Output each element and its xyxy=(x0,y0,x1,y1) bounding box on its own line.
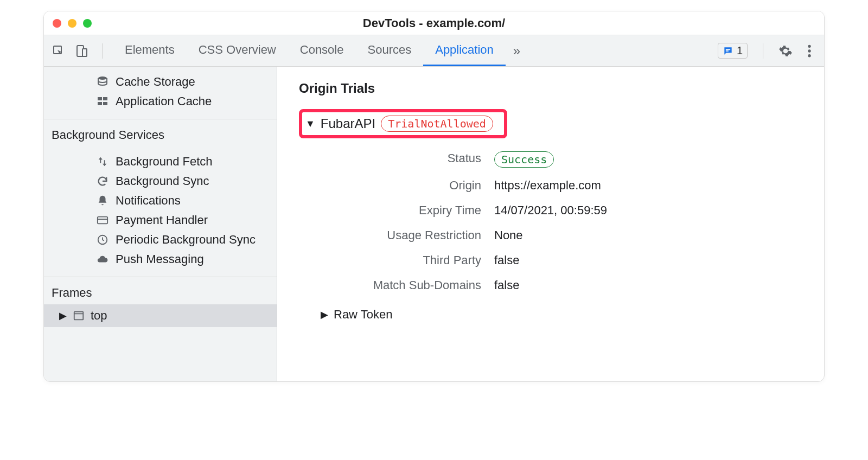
status-badge-error: TrialNotAllowed xyxy=(381,116,493,132)
main-panel: Origin Trials ▼ FubarAPI TrialNotAllowed… xyxy=(277,67,824,381)
tabs-overflow-button[interactable]: » xyxy=(506,35,528,66)
more-button[interactable] xyxy=(802,44,816,58)
sidebar-item-push-messaging[interactable]: Push Messaging xyxy=(44,250,277,269)
tab-css-overview[interactable]: CSS Overview xyxy=(187,35,288,66)
svg-rect-4 xyxy=(726,50,729,52)
sidebar-item-label: Background Sync xyxy=(116,174,209,188)
tab-label: Sources xyxy=(367,43,411,57)
sidebar-item-background-sync[interactable]: Background Sync xyxy=(44,171,277,191)
sidebar-item-background-fetch[interactable]: Background Fetch xyxy=(44,152,277,171)
tab-label: Console xyxy=(300,43,344,57)
divider xyxy=(103,43,103,59)
detail-value-match-subdomains: false xyxy=(494,278,802,292)
titlebar: DevTools - example.com/ xyxy=(44,11,824,35)
sidebar-item-payment-handler[interactable]: Payment Handler xyxy=(44,210,277,230)
tab-label: Elements xyxy=(125,43,175,57)
tab-sources[interactable]: Sources xyxy=(355,35,423,66)
detail-value-origin: https://example.com xyxy=(494,178,802,193)
frame-label: top xyxy=(91,309,107,323)
issues-button[interactable]: 1 xyxy=(718,43,748,59)
svg-rect-13 xyxy=(98,217,107,224)
issues-count: 1 xyxy=(737,44,743,57)
detail-label-expiry: Expiry Time xyxy=(318,203,481,218)
svg-point-6 xyxy=(808,49,810,52)
zoom-icon[interactable] xyxy=(83,19,92,28)
close-icon[interactable] xyxy=(53,19,61,28)
device-toggle-icon[interactable] xyxy=(74,44,88,58)
toolbar-right: 1 xyxy=(718,43,816,59)
tab-application[interactable]: Application xyxy=(423,35,506,66)
sidebar-item-label: Periodic Background Sync xyxy=(116,233,256,247)
status-badge-success: Success xyxy=(494,151,554,168)
detail-value-usage: None xyxy=(494,228,802,242)
tab-elements[interactable]: Elements xyxy=(113,35,187,66)
svg-rect-10 xyxy=(103,97,107,100)
trial-name: FubarAPI xyxy=(321,116,375,131)
tab-console[interactable]: Console xyxy=(288,35,356,66)
sync-icon xyxy=(96,175,109,188)
sidebar: Cache Storage Application Cache Backgrou… xyxy=(44,67,277,381)
chevron-right-icon: ▶ xyxy=(321,309,328,321)
divider xyxy=(44,277,277,277)
detail-value-expiry: 14/07/2021, 00:59:59 xyxy=(494,203,802,218)
panel-tabs: Elements CSS Overview Console Sources Ap… xyxy=(113,35,528,66)
sidebar-section-bg: Background Fetch Background Sync Notific… xyxy=(44,146,277,273)
panel-heading: Origin Trials xyxy=(299,81,802,96)
bell-icon xyxy=(96,194,109,207)
svg-rect-12 xyxy=(103,102,107,105)
devtools-window: DevTools - example.com/ Elements CSS Ove… xyxy=(43,11,825,382)
toolbar-left xyxy=(52,43,108,59)
window-controls xyxy=(53,19,92,28)
detail-value-status: Success xyxy=(494,151,802,168)
raw-token-label: Raw Token xyxy=(334,308,392,322)
chevron-down-icon[interactable]: ▼ xyxy=(305,118,315,130)
sidebar-header-background-services: Background Services xyxy=(44,123,277,146)
sidebar-section-cache: Cache Storage Application Cache xyxy=(44,67,277,116)
svg-point-7 xyxy=(808,54,810,56)
minimize-icon[interactable] xyxy=(68,19,76,28)
sidebar-item-notifications[interactable]: Notifications xyxy=(44,191,277,210)
raw-token-row[interactable]: ▶ Raw Token xyxy=(321,308,802,322)
divider xyxy=(763,43,763,59)
svg-rect-2 xyxy=(82,49,87,56)
sidebar-header-frames: Frames xyxy=(44,280,277,304)
settings-button[interactable] xyxy=(778,44,793,58)
sidebar-item-label: Push Messaging xyxy=(116,252,204,266)
detail-label-status: Status xyxy=(318,151,481,168)
chat-icon xyxy=(723,46,733,56)
sidebar-item-label: Cache Storage xyxy=(116,75,195,89)
trial-row-highlight: ▼ FubarAPI TrialNotAllowed xyxy=(299,109,507,138)
svg-point-8 xyxy=(98,76,107,80)
detail-label-third-party: Third Party xyxy=(318,253,481,267)
sidebar-item-application-cache[interactable]: Application Cache xyxy=(44,92,277,111)
tab-label: Application xyxy=(435,43,494,57)
grid-icon xyxy=(96,95,109,108)
sidebar-item-label: Payment Handler xyxy=(116,213,208,227)
trial-details: Status Success Origin https://example.co… xyxy=(318,151,802,292)
svg-rect-9 xyxy=(98,97,102,100)
database-icon xyxy=(96,75,109,88)
sidebar-item-frame-top[interactable]: ▶ top xyxy=(44,304,277,327)
sidebar-item-label: Application Cache xyxy=(116,94,212,108)
sidebar-item-periodic-sync[interactable]: Periodic Background Sync xyxy=(44,230,277,250)
sidebar-item-label: Notifications xyxy=(116,194,181,208)
tab-label: CSS Overview xyxy=(199,43,276,57)
inspect-icon[interactable] xyxy=(52,44,66,58)
divider xyxy=(44,119,277,119)
svg-rect-11 xyxy=(98,102,102,105)
toolbar: Elements CSS Overview Console Sources Ap… xyxy=(44,35,824,67)
sidebar-item-cache-storage[interactable]: Cache Storage xyxy=(44,72,277,92)
detail-value-third-party: false xyxy=(494,253,802,267)
chevron-right-icon: ▶ xyxy=(59,310,67,322)
detail-label-origin: Origin xyxy=(318,178,481,193)
window-title: DevTools - example.com/ xyxy=(363,16,505,30)
detail-label-usage: Usage Restriction xyxy=(318,228,481,242)
card-icon xyxy=(96,214,109,227)
detail-label-match-subdomains: Match Sub-Domains xyxy=(318,278,481,292)
svg-point-5 xyxy=(808,44,810,47)
body: Cache Storage Application Cache Backgrou… xyxy=(44,67,824,381)
window-icon xyxy=(72,309,85,322)
updown-icon xyxy=(96,155,109,168)
chevron-double-right-icon: » xyxy=(513,43,520,59)
sidebar-item-label: Background Fetch xyxy=(116,155,213,169)
